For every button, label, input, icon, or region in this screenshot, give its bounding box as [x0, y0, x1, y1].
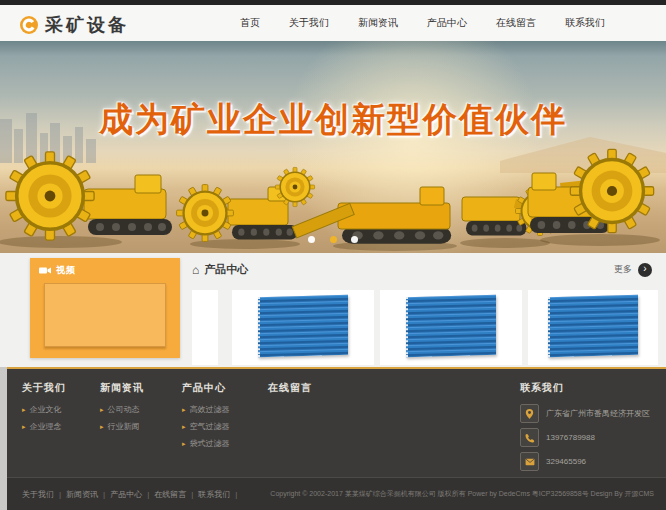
footer-link[interactable]: 空气过滤器: [190, 421, 230, 432]
product-card-3[interactable]: [528, 290, 658, 365]
arrow-bullet-icon: ▸: [100, 406, 104, 413]
content-section: 视频 ⌂ 产品中心 更多 ›: [0, 253, 666, 367]
page-left-margin-strip: [0, 367, 7, 510]
arrow-bullet-icon: ▸: [22, 406, 26, 413]
product-photo-1: [258, 295, 348, 357]
hero-slogan: 成为矿业企业创新型价值伙伴: [0, 97, 666, 143]
footer-col-title: 新闻资讯: [100, 381, 144, 395]
video-panel: 视频: [30, 258, 180, 358]
product-photo-3: [548, 295, 638, 357]
footer-link-item: ▸袋式过滤器: [182, 438, 230, 449]
video-panel-header: 视频: [39, 264, 76, 277]
contact-address-row: 广东省广州市番禺经济开发区: [520, 404, 666, 423]
footer-contact-title: 联系我们: [520, 381, 666, 395]
phone-handset-icon: [520, 428, 539, 447]
footer-link-item: ▸高效过滤器: [182, 404, 230, 415]
bottom-bar: 关于我们|新闻资讯|产品中心|在线留言|联系我们| Copyright © 20…: [0, 477, 666, 510]
contact-qq: 329465596: [546, 457, 586, 466]
footer-col-title: 产品中心: [182, 381, 230, 395]
video-panel-title: 视频: [56, 264, 76, 277]
envelope-icon: [520, 452, 539, 471]
product-header-left: ⌂ 产品中心: [192, 262, 248, 277]
carousel-dots: [0, 229, 666, 247]
footer-link[interactable]: 公司动态: [108, 404, 140, 415]
footer-link-item: ▸行业新闻: [100, 421, 144, 432]
brand-logo[interactable]: 采矿设备: [20, 13, 129, 37]
carousel-dot-3[interactable]: [351, 236, 358, 243]
product-section-title: 产品中心: [204, 262, 248, 277]
bottom-link-contact[interactable]: 联系我们: [198, 490, 230, 499]
bottom-link-message[interactable]: 在线留言: [154, 490, 186, 499]
footer-link[interactable]: 袋式过滤器: [190, 438, 230, 449]
page: 采矿设备 首页 关于我们 新闻资讯 产品中心 在线留言 联系我们: [0, 0, 666, 510]
carousel-dot-2-active[interactable]: [330, 236, 337, 243]
footer-link[interactable]: 高效过滤器: [190, 404, 230, 415]
brand-name: 采矿设备: [45, 13, 129, 37]
nav-item-message[interactable]: 在线留言: [496, 16, 536, 30]
arrow-bullet-icon: ▸: [182, 440, 186, 447]
product-photo-2: [406, 295, 496, 357]
bottom-link-news[interactable]: 新闻资讯: [66, 490, 98, 499]
footer-link[interactable]: 企业理念: [30, 421, 62, 432]
contact-address: 广东省广州市番禺经济开发区: [546, 408, 650, 419]
separator: |: [103, 490, 105, 499]
footer-contact: 联系我们 广东省广州市番禺经济开发区 13976789988: [520, 381, 666, 476]
arrow-bullet-icon: ▸: [100, 423, 104, 430]
product-card-partial: [192, 290, 218, 365]
site-header: 采矿设备 首页 关于我们 新闻资讯 产品中心 在线留言 联系我们: [0, 5, 666, 41]
more-link[interactable]: 更多 ›: [614, 263, 652, 277]
contact-phone-row: 13976789988: [520, 428, 666, 447]
nav-item-about[interactable]: 关于我们: [289, 16, 329, 30]
chevron-right-icon: ›: [638, 263, 652, 277]
nav-item-news[interactable]: 新闻资讯: [358, 16, 398, 30]
contact-email-row: 329465596: [520, 452, 666, 471]
video-player-placeholder[interactable]: [44, 283, 166, 347]
logo-ring-icon: [20, 16, 38, 34]
separator: |: [235, 490, 237, 499]
separator: |: [59, 490, 61, 499]
hero-banner: 成为矿业企业创新型价值伙伴: [0, 41, 666, 253]
arrow-bullet-icon: ▸: [182, 423, 186, 430]
arrow-bullet-icon: ▸: [182, 406, 186, 413]
footer-link[interactable]: 行业新闻: [108, 421, 140, 432]
nav-item-products[interactable]: 产品中心: [427, 16, 467, 30]
main-nav: 首页 关于我们 新闻资讯 产品中心 在线留言 联系我们: [240, 5, 605, 41]
nav-item-home[interactable]: 首页: [240, 16, 260, 30]
footer-link-item: ▸空气过滤器: [182, 421, 230, 432]
footer-link-item: ▸企业理念: [22, 421, 66, 432]
product-center-block: ⌂ 产品中心 更多 ›: [192, 262, 652, 362]
more-label: 更多: [614, 263, 632, 276]
carousel-dot-1[interactable]: [308, 236, 315, 243]
arrow-bullet-icon: ▸: [22, 423, 26, 430]
footer-link[interactable]: 企业文化: [30, 404, 62, 415]
home-icon: ⌂: [192, 265, 199, 275]
bottom-link-products[interactable]: 产品中心: [110, 490, 142, 499]
product-header-row: ⌂ 产品中心 更多 ›: [192, 262, 652, 277]
footer: 关于我们 ▸企业文化 ▸企业理念 新闻资讯 ▸公司动态 ▸行业新闻 产品中心 ▸…: [0, 367, 666, 477]
footer-col-title: 关于我们: [22, 381, 66, 395]
map-pin-icon: [520, 404, 539, 423]
footer-col-products: 产品中心 ▸高效过滤器 ▸空气过滤器 ▸袋式过滤器: [182, 381, 230, 455]
footer-link-item: ▸公司动态: [100, 404, 144, 415]
separator: |: [191, 490, 193, 499]
copyright-text: Copyright © 2002-2017 某某煤矿综合采掘机有限公司 版权所有…: [270, 489, 654, 499]
footer-col-about: 关于我们 ▸企业文化 ▸企业理念: [22, 381, 66, 438]
separator: |: [147, 490, 149, 499]
footer-col-title: 在线留言: [268, 381, 312, 395]
product-card-1[interactable]: [232, 290, 374, 365]
mining-machines-illustration: [0, 41, 666, 253]
bottom-links: 关于我们|新闻资讯|产品中心|在线留言|联系我们|: [22, 489, 242, 500]
camcorder-icon: [39, 266, 51, 275]
product-cards-row: [192, 290, 652, 365]
footer-link-item: ▸企业文化: [22, 404, 66, 415]
footer-col-news: 新闻资讯 ▸公司动态 ▸行业新闻: [100, 381, 144, 438]
footer-col-message: 在线留言: [268, 381, 312, 404]
contact-phone: 13976789988: [546, 433, 595, 442]
product-card-2[interactable]: [380, 290, 522, 365]
nav-item-contact[interactable]: 联系我们: [565, 16, 605, 30]
bottom-link-about[interactable]: 关于我们: [22, 490, 54, 499]
